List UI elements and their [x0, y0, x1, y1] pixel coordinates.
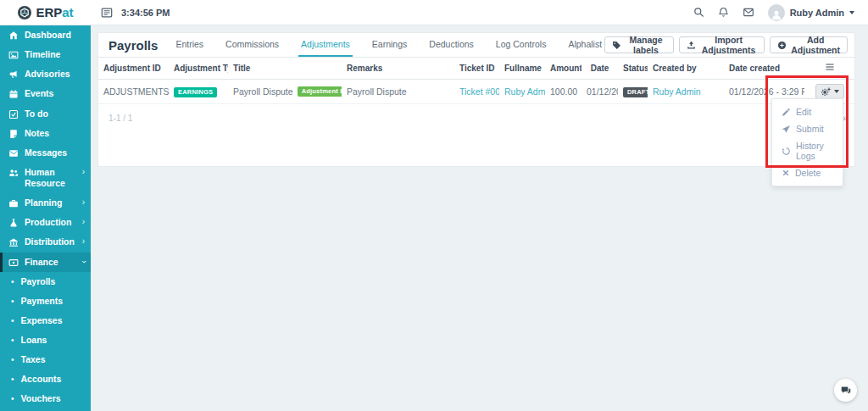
col-created-by: Created by: [648, 58, 724, 80]
dropdown-item-edit[interactable]: Edit: [772, 103, 843, 120]
tab-commissions[interactable]: Commissions: [223, 33, 281, 57]
sidebar-subitem-expenses[interactable]: • Expenses: [0, 311, 91, 330]
bank-icon: [8, 237, 19, 247]
chevron-right-icon: ›: [82, 167, 85, 177]
calendar-icon: [8, 89, 19, 99]
col-title: Title: [228, 58, 342, 80]
cell-remarks: Payroll Dispute: [342, 80, 454, 104]
mail-envelope-icon[interactable]: [743, 7, 754, 18]
payrolls-card: Payrolls Entries Commissions Adjustments…: [97, 32, 855, 167]
pencil-icon: [782, 108, 791, 117]
col-adjustment-id: Adjustment ID: [98, 58, 169, 80]
user-menu[interactable]: Ruby Admin: [768, 4, 854, 21]
col-date: Date: [581, 58, 618, 80]
card-header: Payrolls Entries Commissions Adjustments…: [98, 33, 854, 58]
table-row: ADJUSTMENTS #0002 EARNINGS Payroll Dispu…: [98, 80, 854, 104]
cell-adjustment-id: ADJUSTMENTS #0002: [98, 80, 169, 104]
tab-alphalist[interactable]: Alphalist: [565, 33, 604, 57]
tab-log-controls[interactable]: Log Controls: [493, 33, 549, 57]
col-amount: Amount: [545, 58, 581, 80]
bullet-icon: •: [11, 336, 14, 345]
sidebar-item-advisories[interactable]: Advisories: [0, 64, 91, 84]
ticket-link[interactable]: Ticket #0011: [459, 86, 499, 97]
dropdown-item-submit[interactable]: Submit: [772, 120, 843, 137]
manage-labels-button[interactable]: Manage labels: [604, 36, 674, 53]
sidebar-item-finance[interactable]: Finance ›: [0, 253, 91, 272]
sidebar-item-dashboard[interactable]: Dashboard: [0, 25, 91, 45]
created-by-link[interactable]: Ruby Admin: [653, 86, 701, 97]
col-ticket-id: Ticket ID: [454, 58, 499, 80]
sidebar-item-events[interactable]: Events: [0, 84, 91, 103]
actions-column-icon: [825, 63, 835, 71]
flask-icon: [8, 218, 19, 228]
todo-check-square-icon: [8, 109, 19, 119]
bullet-icon: •: [11, 277, 14, 286]
bullet-icon: •: [11, 316, 14, 325]
caret-down-icon: [849, 11, 854, 14]
bullet-icon: •: [11, 355, 14, 364]
search-icon[interactable]: [693, 7, 704, 18]
sidebar-subitem-vouchers[interactable]: • Vouchers: [0, 389, 91, 408]
row-actions-dropdown: Edit Submit History Logs Delete: [771, 98, 843, 186]
tab-deductions[interactable]: Deductions: [426, 33, 476, 57]
cogs-icon: [821, 86, 832, 97]
row-actions-button[interactable]: [815, 84, 844, 99]
sidebar-subitem-accounts[interactable]: • Accounts: [0, 369, 91, 389]
upload-icon: [687, 41, 696, 50]
app-logo[interactable]: ERPat: [0, 0, 91, 25]
sidebar-subitem-payrolls[interactable]: • Payrolls: [0, 272, 91, 292]
sidebar: Dashboard Timeline Advisories Events To …: [0, 25, 91, 411]
chat-bubbles-icon: [840, 385, 852, 396]
menu-toggle-icon[interactable]: [101, 7, 113, 19]
chevron-right-icon: ›: [82, 217, 85, 227]
notifications-bell-icon[interactable]: [718, 7, 729, 18]
chevron-right-icon: ›: [82, 197, 85, 208]
chat-button[interactable]: [834, 379, 857, 402]
messages-envelope-icon: [8, 148, 19, 158]
col-date-created: Date created: [724, 58, 804, 80]
wallet-icon: [8, 258, 19, 268]
sidebar-subitem-payments[interactable]: • Payments: [0, 292, 91, 311]
earnings-badge: EARNINGS: [174, 87, 217, 97]
sidebar-item-distribution[interactable]: Distribution ›: [0, 232, 91, 252]
logo-cube-icon: [17, 5, 32, 20]
draft-status-badge: DRAFT: [623, 87, 648, 97]
tag-icon: [612, 41, 621, 50]
avatar: [768, 4, 785, 21]
tab-entries[interactable]: Entries: [173, 33, 206, 57]
cell-fullname: Ruby Admin: [499, 80, 545, 104]
history-icon: [782, 147, 791, 156]
sidebar-subitem-taxes[interactable]: • Taxes: [0, 350, 91, 369]
timeline-icon: [8, 50, 19, 60]
table-header-row: Adjustment ID Adjustment Type Title Rema…: [98, 58, 854, 80]
users-icon: [8, 168, 19, 178]
cell-ticket-id: Ticket #0011: [454, 80, 499, 104]
tab-earnings[interactable]: Earnings: [370, 33, 409, 57]
sidebar-item-planning[interactable]: Planning ›: [0, 193, 91, 213]
plus-circle-icon: [777, 41, 787, 50]
sidebar-item-human-resource[interactable]: Human Resource ›: [0, 163, 91, 193]
sidebar-item-notes[interactable]: Notes: [0, 124, 91, 143]
sidebar-item-timeline[interactable]: Timeline: [0, 45, 91, 64]
adjustments-table: Adjustment ID Adjustment Type Title Rema…: [98, 58, 854, 104]
import-adjustments-button[interactable]: Import Adjustments: [679, 36, 765, 53]
logo-text: ERPat: [36, 5, 73, 19]
col-status: Status: [618, 58, 648, 80]
sidebar-item-production[interactable]: Production ›: [0, 213, 91, 232]
clock-time: 3:34:56 PM: [121, 8, 170, 18]
sidebar-subitem-loans[interactable]: • Loans: [0, 330, 91, 350]
notes-icon: [8, 129, 19, 139]
send-icon: [782, 125, 791, 134]
sidebar-item-todo[interactable]: To do: [0, 104, 91, 124]
chevron-right-icon: ›: [82, 236, 85, 247]
col-fullname: Fullname: [499, 58, 545, 80]
dropdown-item-delete[interactable]: Delete: [772, 164, 843, 181]
chevron-down-icon: ›: [78, 260, 88, 263]
cell-date: 01/12/2026: [581, 80, 618, 104]
tab-adjustments[interactable]: Adjustments: [298, 33, 353, 57]
sidebar-item-messages[interactable]: Messages: [0, 143, 91, 163]
add-adjustment-button[interactable]: Add Adjustment: [770, 36, 848, 53]
fullname-link[interactable]: Ruby Admin: [504, 86, 545, 97]
dropdown-item-history-logs[interactable]: History Logs: [772, 137, 843, 164]
cell-status: DRAFT: [618, 80, 648, 104]
